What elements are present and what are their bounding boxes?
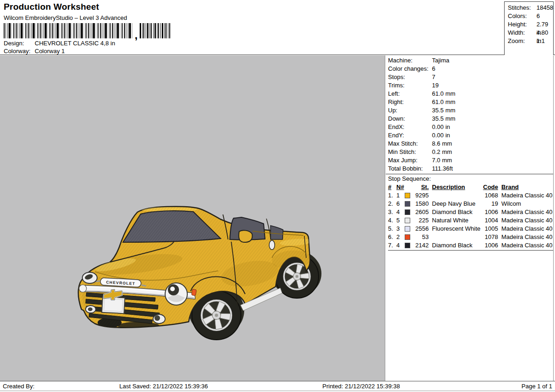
app-subtitle: Wilcom EmbroideryStudio – Level 3 Advanc… bbox=[4, 14, 127, 21]
info-value: 0.2 mm bbox=[432, 148, 452, 156]
door-handle bbox=[269, 240, 275, 250]
info-label: EndY: bbox=[388, 131, 432, 140]
stat-label: Width: bbox=[508, 29, 536, 37]
info-label: Up: bbox=[388, 106, 432, 115]
info-value: 61.0 mm bbox=[432, 98, 456, 106]
headlight-right bbox=[165, 283, 187, 305]
col-header-description: Description bbox=[432, 184, 465, 190]
info-row: Up:35.5 mm bbox=[388, 106, 553, 115]
info-label: Stops: bbox=[388, 73, 432, 81]
info-row: Trims:19 bbox=[388, 81, 553, 90]
info-row: Max Stitch:8.6 mm bbox=[388, 140, 553, 148]
info-value: 7 bbox=[432, 73, 435, 81]
thread-color-swatch bbox=[405, 218, 410, 223]
info-label: Trims: bbox=[388, 81, 432, 90]
created-by-label: Created By: bbox=[3, 383, 35, 390]
info-label: Min Stitch: bbox=[388, 148, 432, 156]
col-header-stitches: St. bbox=[421, 184, 429, 190]
stop-sequence-bottom-rule bbox=[388, 250, 553, 251]
stat-value: 6 bbox=[536, 12, 540, 20]
col-header-needle: N# bbox=[396, 184, 404, 190]
design-stats-box: Stitches:18458 Colors:6 Height:2.79 in W… bbox=[504, 1, 554, 55]
stop-sequence-row: 4.5225Natural White1004Madeira Classic 4… bbox=[388, 216, 553, 225]
info-row: EndX:0.00 in bbox=[388, 123, 553, 131]
col-header-code: Code bbox=[483, 184, 499, 190]
stat-label: Colors: bbox=[508, 12, 536, 20]
page-title: Production Worksheet bbox=[4, 2, 99, 12]
barcode: , bbox=[4, 23, 170, 38]
production-worksheet-page: Production Worksheet Wilcom EmbroiderySt… bbox=[0, 0, 555, 392]
col-header-num: # bbox=[388, 184, 391, 190]
stat-label: Stitches: bbox=[508, 4, 536, 12]
info-row: Color changes:6 bbox=[388, 65, 553, 73]
stat-label: Zoom: bbox=[508, 37, 536, 45]
info-label: Machine: bbox=[388, 56, 432, 65]
design-value: CHEVROLET CLASSIC 4,8 in bbox=[35, 40, 115, 47]
fog-light-center bbox=[153, 314, 165, 324]
info-row: Right:61.0 mm bbox=[388, 98, 553, 106]
info-value: 35.5 mm bbox=[432, 106, 456, 115]
thread-color-swatch bbox=[405, 226, 410, 232]
stop-sequence-section: Stop Sequence: # N# St. Description Code… bbox=[386, 174, 553, 251]
headlight-left bbox=[82, 272, 97, 283]
stop-sequence-title: Stop Sequence: bbox=[388, 175, 553, 183]
design-label: Design: bbox=[4, 40, 35, 47]
barcode-segment-1 bbox=[4, 23, 134, 38]
design-row: Design: CHEVROLET CLASSIC 4,8 in bbox=[4, 40, 115, 47]
info-row: Left:61.0 mm bbox=[388, 90, 553, 98]
info-label: Right: bbox=[388, 98, 432, 106]
colorway-label: Colorway: bbox=[4, 48, 35, 55]
stat-label: Height: bbox=[508, 20, 536, 29]
side-mirror bbox=[239, 230, 252, 242]
footer-bar: Created By: Last Saved: 21/12/2022 15:39… bbox=[0, 381, 555, 391]
thread-color-swatch bbox=[405, 193, 410, 198]
info-label: EndX: bbox=[388, 123, 432, 131]
stop-sequence-row: 1.192951068Madeira Classic 40 bbox=[388, 191, 553, 200]
embroidery-car-design: CHEVROLET bbox=[0, 55, 385, 381]
stop-sequence-row: 6.2531078Madeira Classic 40 bbox=[388, 233, 553, 241]
stop-sequence-row: 7.42142Diamond Black1006Madeira Classic … bbox=[388, 241, 553, 250]
stop-sequence-row: 2.61580Deep Navy Blue19Wilcom bbox=[388, 200, 553, 208]
info-value: 6 bbox=[432, 65, 435, 73]
info-label: Total Bobbin: bbox=[388, 165, 432, 173]
header: Production Worksheet Wilcom EmbroiderySt… bbox=[0, 0, 555, 55]
thread-color-swatch bbox=[405, 201, 410, 207]
stop-sequence-row: 3.42605Diamond Black1006Madeira Classic … bbox=[388, 208, 553, 216]
info-row: Total Bobbin:111.36ft bbox=[388, 165, 553, 173]
machine-info-panel: Machine:Tajima Color changes:6 Stops:7 T… bbox=[386, 55, 554, 381]
info-row: Min Stitch:0.2 mm bbox=[388, 148, 553, 156]
colorway-row: Colorway: Colorway 1 bbox=[4, 48, 65, 55]
barcode-separator: , bbox=[135, 32, 138, 38]
info-value: 61.0 mm bbox=[432, 90, 456, 98]
stat-value: 18458 bbox=[536, 4, 553, 12]
thread-color-swatch bbox=[405, 234, 410, 240]
info-label: Color changes: bbox=[388, 65, 432, 73]
printed-label: Printed: 21/12/2022 15:39:38 bbox=[322, 383, 400, 390]
info-label: Down: bbox=[388, 115, 432, 123]
info-value: Tajima bbox=[432, 56, 450, 65]
info-value: 0.00 in bbox=[432, 131, 450, 140]
colorway-value: Colorway 1 bbox=[35, 48, 65, 55]
info-label: Max Stitch: bbox=[388, 140, 432, 148]
stat-value: 4.80 in bbox=[536, 29, 553, 37]
barcode-segment-2 bbox=[140, 23, 170, 38]
info-value: 8.6 mm bbox=[432, 140, 452, 148]
stat-value: 1:1 bbox=[536, 37, 545, 45]
info-value: 7.0 mm bbox=[432, 156, 452, 165]
page-number: Page 1 of 1 bbox=[522, 383, 553, 390]
side-marker-light bbox=[191, 289, 197, 296]
info-value: 35.5 mm bbox=[432, 115, 456, 123]
info-label: Left: bbox=[388, 90, 432, 98]
info-row: Stops:7 bbox=[388, 73, 553, 81]
thread-color-swatch bbox=[405, 209, 410, 215]
stat-value: 2.79 in bbox=[536, 20, 553, 29]
info-value: 19 bbox=[432, 81, 438, 90]
fog-light-left bbox=[86, 306, 96, 313]
stop-sequence-header-row: # N# St. Description Code Brand bbox=[388, 183, 553, 191]
info-value: 111.36ft bbox=[432, 165, 453, 173]
last-saved-label: Last Saved: 21/12/2022 15:39:36 bbox=[119, 383, 208, 390]
info-label: Max Jump: bbox=[388, 156, 432, 165]
stop-sequence-row: 5.32556Fluorescent White1005Madeira Clas… bbox=[388, 225, 553, 233]
thread-color-swatch bbox=[405, 243, 410, 248]
info-row: Max Jump:7.0 mm bbox=[388, 156, 553, 165]
